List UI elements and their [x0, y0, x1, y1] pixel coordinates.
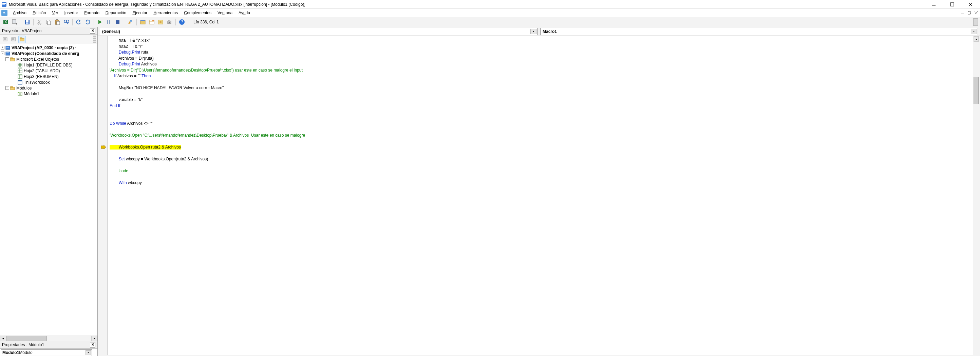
- project-panel-close-button[interactable]: ✕: [90, 28, 95, 33]
- svg-marker-83: [101, 145, 106, 149]
- run-button[interactable]: [96, 18, 104, 26]
- properties-panel-header: Propiedades - Módulo1 ✕: [0, 341, 97, 348]
- save-button[interactable]: [24, 18, 31, 26]
- tree-thisworkbook[interactable]: ThisWorkbook: [1, 79, 97, 85]
- project-icon: [5, 46, 10, 50]
- hscroll-thumb[interactable]: [6, 335, 47, 341]
- project-explorer-button[interactable]: [139, 18, 146, 26]
- close-button[interactable]: [964, 1, 977, 8]
- cursor-position-label: Lín 336, Col 1: [193, 20, 219, 24]
- tree-module-modulo1[interactable]: Módulo1: [1, 91, 97, 97]
- tree-sheet-hoja2[interactable]: Hoja2 (TABULADO): [1, 68, 97, 74]
- code-pane: (General) ▾ Macro1 ▾ ruta = i & "\*.xlsx…: [98, 27, 980, 356]
- svg-rect-4: [950, 3, 954, 6]
- minimize-button[interactable]: [928, 1, 940, 8]
- view-code-button[interactable]: [2, 36, 9, 43]
- svg-rect-26: [48, 21, 51, 25]
- find-button[interactable]: [62, 18, 70, 26]
- paste-button[interactable]: [54, 18, 61, 26]
- code-editor[interactable]: ruta = i & "\*.xlsx" ruta2 = i & "\" Deb…: [100, 36, 979, 355]
- tree-folder-excel-objects[interactable]: − Microsoft Excel Objetos: [1, 56, 97, 62]
- project-tree[interactable]: + VBAProject (AP_0030 - copia (2) - − VB…: [0, 44, 97, 335]
- folder-icon: [10, 57, 15, 62]
- app-icon: [2, 2, 7, 7]
- menu-insertar[interactable]: Insertar: [61, 10, 81, 16]
- tree-project-1[interactable]: + VBAProject (AP_0030 - copia (2) -: [1, 45, 97, 51]
- svg-rect-11: [968, 12, 970, 14]
- menu-ejecutar[interactable]: Ejecutar: [130, 10, 150, 16]
- tree-sheet-hoja3[interactable]: Hoja3 (RESUMEN): [1, 74, 97, 79]
- menu-complementos[interactable]: Complementos: [181, 10, 214, 16]
- toolbar-gripper: [973, 18, 978, 26]
- menu-ventana[interactable]: Ventana: [215, 10, 235, 16]
- view-object-button[interactable]: [10, 36, 17, 43]
- redo-button[interactable]: [84, 18, 91, 26]
- svg-text:✶: ✶: [2, 11, 6, 15]
- chevron-down-icon[interactable]: ▾: [530, 29, 536, 34]
- svg-rect-2: [2, 5, 5, 5]
- vba-icon: ✶: [2, 10, 8, 16]
- svg-point-48: [169, 22, 170, 23]
- svg-rect-29: [57, 21, 60, 25]
- svg-rect-1: [2, 3, 6, 4]
- svg-marker-35: [99, 20, 102, 24]
- code-margin[interactable]: [100, 36, 108, 355]
- svg-rect-16: [12, 20, 16, 24]
- svg-rect-59: [6, 47, 9, 47]
- svg-rect-55: [12, 38, 14, 40]
- menu-herramientas[interactable]: Herramientas: [151, 10, 181, 16]
- undo-button[interactable]: [75, 18, 83, 26]
- properties-object-selector[interactable]: Módulo1 Módulo ▾: [0, 348, 97, 356]
- tree-project-2[interactable]: − VBAProject (Consolidado de energ: [1, 51, 97, 56]
- mdi-restore-button[interactable]: [967, 11, 972, 15]
- break-button[interactable]: [105, 18, 113, 26]
- mdi-close-button[interactable]: [974, 11, 978, 15]
- scroll-right-button[interactable]: ▸: [91, 335, 97, 341]
- svg-rect-40: [130, 20, 132, 22]
- svg-point-47: [159, 21, 162, 23]
- project-icon: [5, 51, 10, 56]
- properties-window-button[interactable]: [148, 18, 156, 26]
- scroll-up-button[interactable]: ▴: [974, 36, 978, 42]
- object-combo[interactable]: (General) ▾: [100, 28, 538, 35]
- help-button[interactable]: ?: [178, 18, 186, 26]
- vscroll-thumb[interactable]: [974, 77, 978, 104]
- design-mode-button[interactable]: [127, 18, 134, 26]
- maximize-button[interactable]: [946, 1, 958, 8]
- scroll-left-button[interactable]: ◂: [0, 335, 6, 341]
- code-vscrollbar[interactable]: ▴: [973, 36, 979, 355]
- svg-rect-63: [11, 58, 13, 59]
- svg-rect-19: [26, 20, 29, 22]
- menu-formato[interactable]: Formato: [81, 10, 102, 16]
- object-browser-button[interactable]: [157, 18, 164, 26]
- copy-button[interactable]: [45, 18, 52, 26]
- tree-sheet-hoja1[interactable]: Hoja1 (DETALLE DE OBS): [1, 62, 97, 68]
- properties-panel-close-button[interactable]: ✕: [90, 342, 95, 348]
- chevron-down-icon[interactable]: ▾: [86, 350, 91, 355]
- toggle-folders-button[interactable]: [18, 36, 26, 43]
- code-selector-row: (General) ▾ Macro1 ▾: [98, 27, 980, 36]
- svg-text:?: ?: [181, 20, 183, 24]
- view-excel-button[interactable]: X: [2, 18, 10, 26]
- menu-archivo[interactable]: Archivo: [10, 10, 29, 16]
- menu-edicion[interactable]: Edición: [30, 10, 49, 16]
- cut-button[interactable]: [36, 18, 43, 26]
- toolbox-button[interactable]: [165, 18, 173, 26]
- svg-rect-69: [18, 69, 22, 73]
- svg-rect-58: [6, 46, 10, 49]
- procedure-combo[interactable]: Macro1 ▾: [540, 28, 978, 35]
- menu-ayuda[interactable]: Ayuda: [236, 10, 253, 16]
- menu-ver[interactable]: Ver: [49, 10, 61, 16]
- svg-point-23: [38, 23, 39, 24]
- folder-icon: [10, 86, 15, 90]
- insert-userform-button[interactable]: [11, 18, 18, 26]
- svg-rect-60: [6, 52, 10, 55]
- chevron-down-icon[interactable]: ▾: [971, 29, 977, 34]
- project-hscrollbar[interactable]: ◂ ▸: [0, 335, 97, 341]
- code-text[interactable]: ruta = i & "\*.xlsx" ruta2 = i & "\" Deb…: [108, 36, 973, 355]
- mdi-minimize-button[interactable]: [960, 11, 965, 15]
- reset-button[interactable]: [114, 18, 121, 26]
- svg-point-82: [18, 92, 19, 93]
- tree-folder-modules[interactable]: − Módulos: [1, 85, 97, 91]
- menu-depuracion[interactable]: Depuración: [103, 10, 129, 16]
